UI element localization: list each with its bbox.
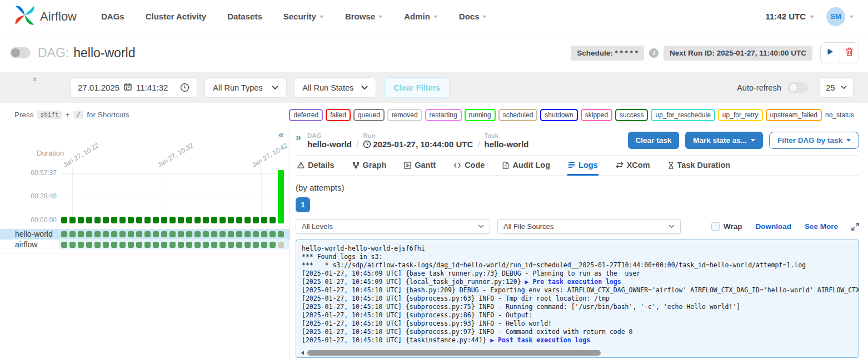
run-chip-success[interactable]	[236, 217, 242, 223]
state-badge-running[interactable]: running	[465, 109, 496, 121]
run-chip-success[interactable]	[220, 217, 226, 223]
task-chip-success[interactable]	[78, 231, 84, 237]
tab-logs[interactable]: Logs	[567, 156, 598, 176]
run-chip-success[interactable]	[261, 217, 267, 223]
task-chip-success[interactable]	[169, 242, 176, 248]
task-chip-success[interactable]	[111, 231, 117, 237]
task-chip-success[interactable]	[270, 242, 276, 248]
task-chip-success[interactable]	[186, 242, 192, 248]
task-chip-success[interactable]	[278, 231, 284, 237]
task-chip-success[interactable]	[220, 242, 226, 248]
task-chip-success[interactable]	[136, 231, 142, 237]
run-chip-success[interactable]	[94, 217, 101, 223]
collapse-panel-icon[interactable]: «	[278, 129, 284, 141]
task-chip-success[interactable]	[203, 242, 209, 248]
trigger-dag-button[interactable]	[821, 43, 840, 63]
wrap-checkbox[interactable]	[711, 222, 720, 231]
task-chip-success[interactable]	[78, 242, 84, 248]
state-badge-up-for-reschedule[interactable]: up_for_reschedule	[651, 109, 715, 121]
clear-filters-button[interactable]: Clear Filters	[384, 77, 450, 98]
run-states-select[interactable]: All Run States	[294, 77, 376, 98]
task-chip-no_status[interactable]	[278, 242, 284, 248]
running-duration-bar[interactable]	[278, 170, 284, 223]
run-chip-success[interactable]	[111, 217, 117, 223]
run-chip-success[interactable]	[186, 217, 192, 223]
fullscreen-icon[interactable]	[851, 223, 859, 231]
run-chip-running[interactable]	[278, 217, 284, 223]
state-badge-up-for-retry[interactable]: up_for_retry	[718, 109, 763, 121]
run-chip-success[interactable]	[228, 217, 234, 223]
task-chip-success[interactable]	[86, 231, 92, 237]
nav-item-browse[interactable]: Browse	[345, 12, 383, 21]
state-badge-failed[interactable]: failed	[326, 109, 351, 121]
log-group-link[interactable]: ▶ Pre task execution logs	[525, 278, 621, 286]
nav-item-datasets[interactable]: Datasets	[227, 12, 262, 21]
run-chip-success[interactable]	[169, 217, 176, 223]
tab-xcom[interactable]: XCom	[615, 156, 651, 176]
task-chip-success[interactable]	[211, 231, 217, 237]
crumb-dag[interactable]: DAG hello-world	[307, 132, 352, 149]
base-date-picker[interactable]: 27.01.2025 11:41:32	[70, 77, 197, 98]
crumb-run[interactable]: Run 2025-01-27, 10:44:00 UTC	[363, 132, 473, 149]
utc-clock[interactable]: 11:42 UTC	[765, 12, 806, 21]
task-chip-success[interactable]	[86, 242, 92, 248]
state-badge-deferred[interactable]: deferred	[289, 109, 323, 121]
task-chip-success[interactable]	[186, 231, 192, 237]
task-chip-success[interactable]	[103, 242, 109, 248]
task-chip-success[interactable]	[253, 242, 259, 248]
task-chip-success[interactable]	[119, 231, 126, 237]
run-chip-success[interactable]	[144, 217, 151, 223]
clear-task-button[interactable]: Clear task	[628, 132, 680, 149]
task-chip-success[interactable]	[144, 242, 151, 248]
task-chip-success[interactable]	[211, 242, 217, 248]
task-chip-success[interactable]	[161, 231, 167, 237]
tab-details[interactable]: Details	[297, 156, 335, 176]
task-chip-success[interactable]	[69, 242, 76, 248]
run-chip-success[interactable]	[103, 217, 109, 223]
run-chip-success[interactable]	[203, 217, 209, 223]
crumb-task[interactable]: Task hello-world	[484, 132, 528, 149]
tab-gantt[interactable]: Gantt	[403, 156, 436, 176]
run-chip-success[interactable]	[86, 217, 92, 223]
task-chip-success[interactable]	[261, 231, 267, 237]
nav-item-docs[interactable]: Docs	[459, 12, 487, 21]
delete-dag-button[interactable]	[840, 43, 859, 63]
filter-dag-by-task-button[interactable]: Filter DAG by task	[769, 132, 859, 149]
task-chip-success[interactable]	[228, 242, 234, 248]
tab-audit-log[interactable]: Audit Log	[502, 156, 551, 176]
task-chip-success[interactable]	[228, 231, 234, 237]
task-chip-success[interactable]	[128, 231, 134, 237]
state-badge-skipped[interactable]: skipped	[581, 109, 612, 121]
attempt-1-button[interactable]: 1	[296, 197, 310, 212]
collapse-filters-icon[interactable]: «	[31, 77, 39, 81]
run-chip-success[interactable]	[178, 217, 184, 223]
info-icon[interactable]: i	[649, 48, 659, 58]
task-chip-success[interactable]	[111, 242, 117, 248]
nav-item-admin[interactable]: Admin	[404, 12, 438, 21]
grid-row-airflow[interactable]: airflow	[0, 240, 290, 250]
see-more-link[interactable]: See More	[805, 222, 838, 231]
task-chip-success[interactable]	[261, 242, 267, 248]
task-chip-success[interactable]	[161, 242, 167, 248]
task-chip-success[interactable]	[153, 242, 159, 248]
run-types-select[interactable]: All Run Types	[204, 77, 287, 98]
task-chip-success[interactable]	[94, 242, 101, 248]
run-chip-success[interactable]	[253, 217, 259, 223]
run-chip-success[interactable]	[153, 217, 159, 223]
task-chip-success[interactable]	[236, 231, 242, 237]
log-levels-select[interactable]: All Levels	[296, 219, 490, 234]
task-chip-success[interactable]	[103, 231, 109, 237]
nav-item-security[interactable]: Security	[283, 12, 324, 21]
auto-refresh-toggle[interactable]	[788, 82, 808, 93]
tab-task-duration[interactable]: Task Duration	[667, 156, 731, 176]
state-badge-removed[interactable]: removed	[387, 109, 422, 121]
mark-state-button[interactable]: Mark state as...	[685, 132, 763, 149]
task-chip-success[interactable]	[178, 242, 184, 248]
state-badge-queued[interactable]: queued	[353, 109, 385, 121]
task-chip-success[interactable]	[94, 231, 101, 237]
run-chip-success[interactable]	[270, 217, 276, 223]
run-chip-success[interactable]	[136, 217, 142, 223]
task-chip-success[interactable]	[136, 242, 142, 248]
nav-item-dags[interactable]: DAGs	[101, 12, 124, 21]
run-chip-success[interactable]	[119, 217, 126, 223]
